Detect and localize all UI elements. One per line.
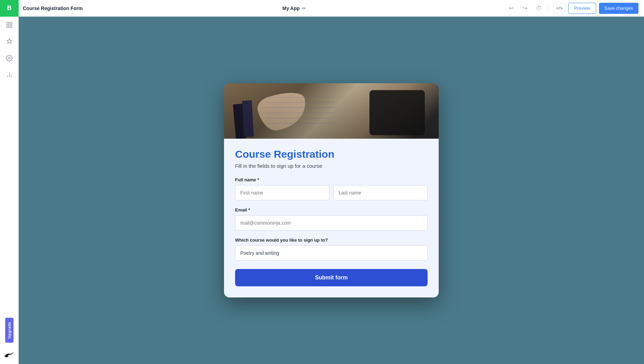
form-header-image [224, 83, 439, 139]
edit-icon[interactable]: ✏ [302, 6, 306, 11]
first-name-field [235, 185, 329, 200]
svg-rect-0 [7, 23, 9, 25]
undo-button[interactable]: ↩ [506, 3, 517, 14]
form-subtitle: Fill in the fields to sign up for a cour… [235, 163, 428, 169]
sidebar: B Upgrade [0, 0, 19, 364]
sidebar-bird-icon [0, 346, 19, 363]
email-group: Email * [235, 207, 428, 231]
save-button[interactable]: Save changes [599, 3, 638, 14]
svg-point-8 [5, 355, 8, 357]
name-row [235, 185, 428, 200]
upgrade-button[interactable]: Upgrade [5, 318, 14, 343]
last-name-input[interactable] [333, 185, 428, 200]
full-name-group: Full name * [235, 177, 428, 200]
topbar-actions: ↩ ↪ ⏱ </> Preview Save changes [506, 3, 638, 14]
topbar-app-name: My App [283, 6, 300, 11]
email-input[interactable] [235, 215, 428, 231]
form-body: Course Registration Fill in the fields t… [224, 139, 439, 297]
email-field [235, 215, 428, 231]
course-input[interactable] [235, 245, 428, 261]
sidebar-item-pin[interactable] [0, 33, 19, 50]
redo-button[interactable]: ↪ [519, 3, 530, 14]
form-title: Course Registration [235, 148, 428, 160]
topbar-divider [548, 4, 549, 12]
svg-rect-1 [10, 23, 12, 25]
submit-button[interactable]: Submit form [235, 269, 428, 286]
code-button[interactable]: </> [553, 3, 565, 14]
svg-point-4 [8, 58, 10, 59]
course-field [235, 245, 428, 261]
main-content: Course Registration Fill in the fields t… [19, 17, 644, 364]
preview-button[interactable]: Preview [568, 3, 596, 14]
topbar-logo: B [0, 0, 19, 17]
full-name-label: Full name * [235, 177, 428, 182]
course-group: Which course would you like to sign up t… [235, 237, 428, 261]
image-overlay [224, 83, 439, 139]
topbar: B Course Registration Form My App ✏ ↩ ↪ … [0, 0, 644, 17]
first-name-input[interactable] [235, 185, 329, 200]
svg-rect-2 [7, 26, 9, 28]
last-name-field [333, 185, 428, 200]
form-card: Course Registration Fill in the fields t… [224, 83, 439, 297]
history-button[interactable]: ⏱ [533, 3, 544, 14]
sidebar-item-grid[interactable] [0, 17, 19, 33]
sidebar-item-settings[interactable] [0, 50, 19, 67]
topbar-logo-text: B [7, 5, 12, 12]
email-label: Email * [235, 207, 428, 213]
sidebar-item-analytics[interactable] [0, 67, 19, 83]
course-label: Which course would you like to sign up t… [235, 237, 428, 243]
topbar-page-title: Course Registration Form [23, 6, 83, 11]
topbar-center: My App ✏ [83, 6, 506, 11]
svg-rect-3 [10, 26, 12, 28]
